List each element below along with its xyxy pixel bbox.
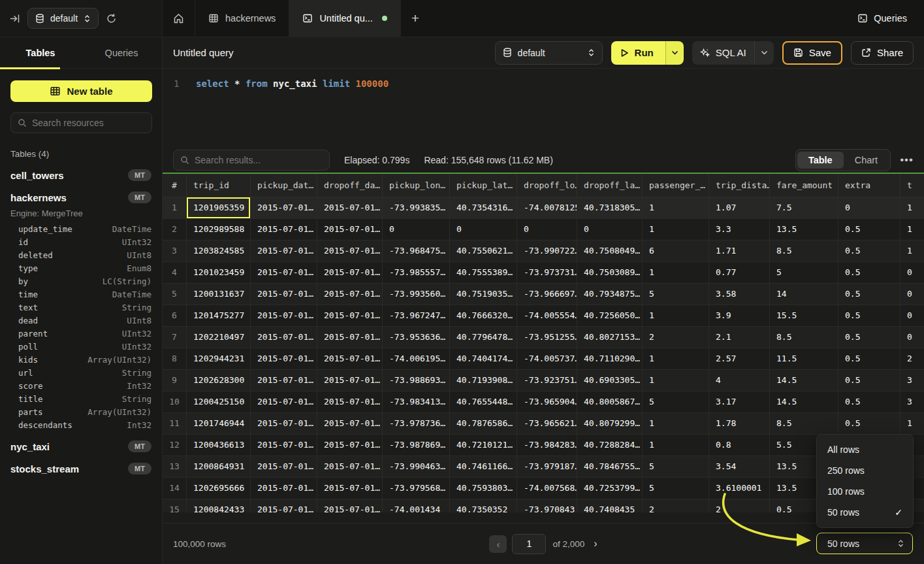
table-cell[interactable]: 2015-07-01…: [251, 219, 317, 241]
table-cell[interactable]: -73.970843: [517, 499, 577, 512]
table-cell[interactable]: 5: [770, 262, 838, 284]
sidebar-table-stocks-stream[interactable]: stocks_stream MT: [10, 457, 151, 480]
table-cell[interactable]: -73.965621…: [517, 413, 577, 435]
table-cell[interactable]: 2015-07-01…: [251, 241, 317, 262]
table-cell[interactable]: -74.005554…: [517, 305, 577, 327]
column-header[interactable]: pickup_dat…: [251, 174, 317, 197]
table-cell[interactable]: 40.7508049…: [577, 241, 643, 262]
schema-column[interactable]: byLC(String): [18, 274, 151, 288]
row-number-cell[interactable]: 8: [163, 348, 187, 370]
row-number-cell[interactable]: 7: [163, 327, 187, 348]
table-cell[interactable]: 0.5: [838, 284, 900, 305]
row-number-cell[interactable]: 4: [163, 262, 187, 284]
table-cell[interactable]: -73.990463…: [383, 456, 450, 478]
column-header[interactable]: dropoff_lo…: [517, 174, 577, 197]
page-size-option[interactable]: 250 rows: [817, 460, 913, 481]
table-cell[interactable]: -73.967247…: [383, 305, 450, 327]
table-cell[interactable]: 1202695666: [187, 478, 251, 499]
schema-column[interactable]: kidsArray(UInt32): [18, 353, 151, 366]
column-header[interactable]: pickup_lat…: [450, 174, 517, 197]
table-cell[interactable]: 2015-07-01…: [251, 456, 317, 478]
table-cell[interactable]: 5: [643, 478, 709, 499]
table-cell[interactable]: 40.7318305…: [577, 197, 643, 219]
row-number-cell[interactable]: 6: [163, 305, 187, 327]
row-number-cell[interactable]: 10: [163, 391, 187, 413]
table-cell[interactable]: 1202944231: [187, 348, 251, 370]
schema-column[interactable]: textString: [18, 301, 151, 314]
table-cell[interactable]: 2: [643, 327, 709, 348]
save-button[interactable]: Save: [782, 41, 842, 65]
table-cell[interactable]: -73.990722…: [517, 241, 577, 262]
new-tab-button[interactable]: +: [401, 0, 430, 37]
table-cell[interactable]: 1201746944: [187, 413, 251, 435]
tab-untitled-query[interactable]: Untitled qu...: [289, 0, 400, 37]
sql-ai-options-button[interactable]: [754, 41, 774, 65]
table-cell[interactable]: 1200842433: [187, 499, 251, 512]
page-size-select[interactable]: 50 rows: [816, 533, 913, 554]
table-cell[interactable]: -74.006195…: [383, 348, 450, 370]
table-cell[interactable]: 40.7593803…: [450, 478, 517, 499]
table-cell[interactable]: 8.5: [770, 241, 838, 262]
schema-column[interactable]: descendantsInt32: [18, 418, 151, 431]
table-cell[interactable]: 40.7193908…: [450, 370, 517, 391]
column-header[interactable]: pickup_lon…: [383, 174, 450, 197]
table-cell[interactable]: 1200864931: [187, 456, 251, 478]
table-cell[interactable]: 1: [643, 435, 709, 456]
run-button[interactable]: Run: [611, 41, 665, 65]
table-cell[interactable]: -73.993560…: [383, 284, 450, 305]
table-cell[interactable]: 1: [643, 305, 709, 327]
table-cell[interactable]: 1: [643, 197, 709, 219]
table-cell[interactable]: 0: [450, 219, 517, 241]
table-cell[interactable]: 3.6100001: [709, 478, 770, 499]
table-cell[interactable]: 2015-07-01…: [251, 327, 317, 348]
table-cell[interactable]: 0: [900, 305, 924, 327]
table-cell[interactable]: 1202628300: [187, 370, 251, 391]
table-cell[interactable]: -73.984283…: [517, 435, 577, 456]
column-header[interactable]: fare_amount: [770, 174, 838, 197]
table-cell[interactable]: 0: [900, 262, 924, 284]
column-header[interactable]: t: [900, 174, 924, 197]
table-cell[interactable]: 2015-07-01…: [251, 197, 317, 219]
table-cell[interactable]: 40.7350352: [450, 499, 517, 512]
table-cell[interactable]: -74.007568…: [517, 478, 577, 499]
table-cell[interactable]: 0.8: [709, 435, 770, 456]
table-cell[interactable]: -73.923751…: [517, 370, 577, 391]
table-cell[interactable]: -73.966697…: [517, 284, 577, 305]
table-cell[interactable]: -73.968475…: [383, 241, 450, 262]
table-cell[interactable]: 2015-07-01…: [251, 284, 317, 305]
table-cell[interactable]: 1: [643, 348, 709, 370]
table-cell[interactable]: -73.987869…: [383, 435, 450, 456]
table-cell[interactable]: -73.985557…: [383, 262, 450, 284]
table-cell[interactable]: 2015-07-01…: [251, 391, 317, 413]
table-cell[interactable]: 1: [900, 219, 924, 241]
table-cell[interactable]: 2015-07-01…: [251, 499, 317, 512]
table-cell[interactable]: 2015-07-01…: [317, 241, 383, 262]
page-size-option[interactable]: 50 rows✓: [817, 502, 913, 523]
table-cell[interactable]: 2015-07-01…: [317, 435, 383, 456]
page-size-option[interactable]: All rows: [817, 439, 913, 460]
table-cell[interactable]: 13.5: [770, 219, 838, 241]
row-number-cell[interactable]: 14: [163, 478, 187, 499]
table-cell[interactable]: 14.5: [770, 370, 838, 391]
table-cell[interactable]: 2015-07-01…: [251, 478, 317, 499]
queries-button[interactable]: Queries: [840, 0, 924, 37]
row-number-cell[interactable]: 5: [163, 284, 187, 305]
table-cell[interactable]: 14.5: [770, 391, 838, 413]
table-cell[interactable]: 1.78: [709, 413, 770, 435]
table-cell[interactable]: 2015-07-01…: [251, 413, 317, 435]
table-cell[interactable]: 8.5: [770, 413, 838, 435]
column-header[interactable]: trip_id: [187, 174, 251, 197]
table-cell[interactable]: -73.951255…: [517, 327, 577, 348]
table-cell[interactable]: 2015-07-01…: [317, 327, 383, 348]
schema-column[interactable]: titleString: [18, 392, 151, 405]
table-cell[interactable]: 14: [770, 284, 838, 305]
table-cell[interactable]: 2015-07-01…: [317, 391, 383, 413]
table-cell[interactable]: 2015-07-01…: [251, 305, 317, 327]
sql-editor[interactable]: 1 select * from nyc_taxi limit 100000: [163, 69, 924, 147]
table-cell[interactable]: 2015-07-01…: [317, 219, 383, 241]
table-cell[interactable]: 1200425150: [187, 391, 251, 413]
table-cell[interactable]: 2015-07-01…: [251, 370, 317, 391]
table-cell[interactable]: -73.993835…: [383, 197, 450, 219]
table-cell[interactable]: 1: [643, 370, 709, 391]
query-database-selector[interactable]: default: [495, 41, 603, 65]
